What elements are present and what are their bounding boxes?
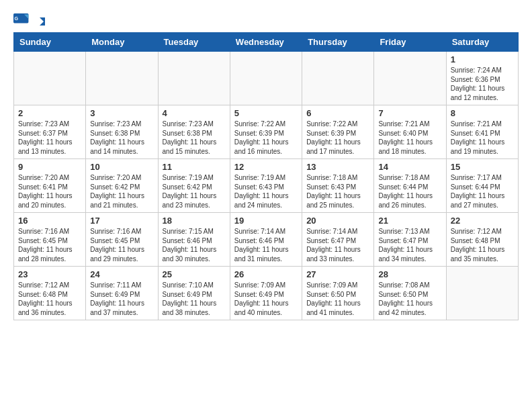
calendar-cell: 9Sunrise: 7:20 AM Sunset: 6:41 PM Daylig… xyxy=(14,159,86,213)
calendar-cell: 15Sunrise: 7:17 AM Sunset: 6:44 PM Dayli… xyxy=(446,159,518,213)
day-info: Sunrise: 7:18 AM Sunset: 6:44 PM Dayligh… xyxy=(378,173,441,210)
day-number: 5 xyxy=(234,108,298,118)
calendar-week-row: 9Sunrise: 7:20 AM Sunset: 6:41 PM Daylig… xyxy=(14,159,519,213)
logo: G xyxy=(13,13,46,27)
calendar-cell: 27Sunrise: 7:09 AM Sunset: 6:50 PM Dayli… xyxy=(302,267,374,320)
calendar-cell xyxy=(374,52,446,105)
day-number: 2 xyxy=(18,108,81,118)
calendar-week-row: 2Sunrise: 7:23 AM Sunset: 6:37 PM Daylig… xyxy=(14,105,519,159)
day-number: 19 xyxy=(234,216,298,226)
calendar-cell: 1Sunrise: 7:24 AM Sunset: 6:36 PM Daylig… xyxy=(446,52,518,105)
day-info: Sunrise: 7:22 AM Sunset: 6:39 PM Dayligh… xyxy=(234,120,298,156)
day-number: 21 xyxy=(378,216,441,226)
calendar-cell: 22Sunrise: 7:12 AM Sunset: 6:48 PM Dayli… xyxy=(446,213,518,267)
day-info: Sunrise: 7:16 AM Sunset: 6:45 PM Dayligh… xyxy=(18,227,81,263)
day-info: Sunrise: 7:13 AM Sunset: 6:47 PM Dayligh… xyxy=(378,227,441,263)
day-number: 8 xyxy=(451,108,514,118)
day-number: 20 xyxy=(306,216,369,226)
day-info: Sunrise: 7:22 AM Sunset: 6:39 PM Dayligh… xyxy=(306,120,369,156)
day-number: 28 xyxy=(378,269,441,279)
day-info: Sunrise: 7:16 AM Sunset: 6:45 PM Dayligh… xyxy=(90,227,153,263)
weekday-header-thursday: Thursday xyxy=(302,33,374,52)
weekday-header-wednesday: Wednesday xyxy=(230,33,302,52)
day-number: 10 xyxy=(90,162,153,172)
day-info: Sunrise: 7:10 AM Sunset: 6:49 PM Dayligh… xyxy=(163,281,226,317)
calendar-cell: 26Sunrise: 7:09 AM Sunset: 6:49 PM Dayli… xyxy=(230,267,302,320)
svg-marker-3 xyxy=(40,17,45,26)
calendar-cell: 4Sunrise: 7:23 AM Sunset: 6:38 PM Daylig… xyxy=(158,105,230,159)
day-info: Sunrise: 7:23 AM Sunset: 6:38 PM Dayligh… xyxy=(163,120,226,156)
calendar-cell: 3Sunrise: 7:23 AM Sunset: 6:38 PM Daylig… xyxy=(86,105,158,159)
day-number: 1 xyxy=(451,54,514,64)
day-info: Sunrise: 7:14 AM Sunset: 6:46 PM Dayligh… xyxy=(234,227,298,263)
day-info: Sunrise: 7:08 AM Sunset: 6:50 PM Dayligh… xyxy=(378,281,441,317)
day-number: 6 xyxy=(306,108,369,118)
calendar-cell xyxy=(302,52,374,105)
calendar-cell: 2Sunrise: 7:23 AM Sunset: 6:37 PM Daylig… xyxy=(14,105,86,159)
day-number: 9 xyxy=(18,162,81,172)
day-info: Sunrise: 7:11 AM Sunset: 6:49 PM Dayligh… xyxy=(90,281,153,317)
calendar-cell: 21Sunrise: 7:13 AM Sunset: 6:47 PM Dayli… xyxy=(374,213,446,267)
calendar-cell: 20Sunrise: 7:14 AM Sunset: 6:47 PM Dayli… xyxy=(302,213,374,267)
day-info: Sunrise: 7:24 AM Sunset: 6:36 PM Dayligh… xyxy=(451,66,514,102)
logo-icon: G xyxy=(13,13,30,27)
weekday-header-tuesday: Tuesday xyxy=(158,33,230,52)
calendar-cell: 6Sunrise: 7:22 AM Sunset: 6:39 PM Daylig… xyxy=(302,105,374,159)
calendar-cell: 7Sunrise: 7:21 AM Sunset: 6:40 PM Daylig… xyxy=(374,105,446,159)
calendar-cell: 24Sunrise: 7:11 AM Sunset: 6:49 PM Dayli… xyxy=(86,267,158,320)
day-number: 11 xyxy=(163,162,226,172)
calendar-week-row: 16Sunrise: 7:16 AM Sunset: 6:45 PM Dayli… xyxy=(14,213,519,267)
day-info: Sunrise: 7:20 AM Sunset: 6:42 PM Dayligh… xyxy=(90,173,153,210)
day-number: 13 xyxy=(306,162,369,172)
day-info: Sunrise: 7:18 AM Sunset: 6:43 PM Dayligh… xyxy=(306,173,369,210)
weekday-header-saturday: Saturday xyxy=(446,33,518,52)
day-number: 26 xyxy=(234,269,298,279)
day-info: Sunrise: 7:21 AM Sunset: 6:41 PM Dayligh… xyxy=(451,120,514,156)
day-number: 12 xyxy=(234,162,298,172)
calendar-cell xyxy=(446,267,518,320)
day-number: 16 xyxy=(18,216,81,226)
calendar-cell: 19Sunrise: 7:14 AM Sunset: 6:46 PM Dayli… xyxy=(230,213,302,267)
weekday-header-monday: Monday xyxy=(86,33,158,52)
day-info: Sunrise: 7:12 AM Sunset: 6:48 PM Dayligh… xyxy=(18,281,81,317)
day-number: 17 xyxy=(90,216,153,226)
svg-text:G: G xyxy=(15,15,19,21)
day-info: Sunrise: 7:09 AM Sunset: 6:50 PM Dayligh… xyxy=(306,281,369,317)
calendar-cell: 17Sunrise: 7:16 AM Sunset: 6:45 PM Dayli… xyxy=(86,213,158,267)
calendar-cell: 18Sunrise: 7:15 AM Sunset: 6:46 PM Dayli… xyxy=(158,213,230,267)
calendar-cell: 25Sunrise: 7:10 AM Sunset: 6:49 PM Dayli… xyxy=(158,267,230,320)
weekday-header-sunday: Sunday xyxy=(14,33,86,52)
day-number: 23 xyxy=(18,269,81,279)
day-number: 14 xyxy=(378,162,441,172)
day-info: Sunrise: 7:23 AM Sunset: 6:38 PM Dayligh… xyxy=(90,120,153,156)
day-info: Sunrise: 7:17 AM Sunset: 6:44 PM Dayligh… xyxy=(451,173,514,210)
calendar-cell: 16Sunrise: 7:16 AM Sunset: 6:45 PM Dayli… xyxy=(14,213,86,267)
day-info: Sunrise: 7:21 AM Sunset: 6:40 PM Dayligh… xyxy=(378,120,441,156)
day-info: Sunrise: 7:12 AM Sunset: 6:48 PM Dayligh… xyxy=(451,227,514,263)
calendar-cell xyxy=(230,52,302,105)
day-info: Sunrise: 7:23 AM Sunset: 6:37 PM Dayligh… xyxy=(18,120,81,156)
day-info: Sunrise: 7:09 AM Sunset: 6:49 PM Dayligh… xyxy=(234,281,298,317)
calendar-cell: 14Sunrise: 7:18 AM Sunset: 6:44 PM Dayli… xyxy=(374,159,446,213)
calendar-cell: 28Sunrise: 7:08 AM Sunset: 6:50 PM Dayli… xyxy=(374,267,446,320)
day-number: 3 xyxy=(90,108,153,118)
calendar-cell xyxy=(86,52,158,105)
day-number: 24 xyxy=(90,269,153,279)
calendar-cell xyxy=(14,52,86,105)
calendar-cell xyxy=(158,52,230,105)
calendar-week-row: 23Sunrise: 7:12 AM Sunset: 6:48 PM Dayli… xyxy=(14,267,519,320)
day-number: 7 xyxy=(378,108,441,118)
day-number: 4 xyxy=(163,108,226,118)
calendar-cell: 12Sunrise: 7:19 AM Sunset: 6:43 PM Dayli… xyxy=(230,159,302,213)
weekday-header-row: SundayMondayTuesdayWednesdayThursdayFrid… xyxy=(14,33,519,52)
calendar-cell: 13Sunrise: 7:18 AM Sunset: 6:43 PM Dayli… xyxy=(302,159,374,213)
day-info: Sunrise: 7:20 AM Sunset: 6:41 PM Dayligh… xyxy=(18,173,81,210)
day-info: Sunrise: 7:19 AM Sunset: 6:43 PM Dayligh… xyxy=(234,173,298,210)
day-info: Sunrise: 7:15 AM Sunset: 6:46 PM Dayligh… xyxy=(163,227,226,263)
calendar-cell: 23Sunrise: 7:12 AM Sunset: 6:48 PM Dayli… xyxy=(14,267,86,320)
calendar-cell: 5Sunrise: 7:22 AM Sunset: 6:39 PM Daylig… xyxy=(230,105,302,159)
logo-arrow-icon xyxy=(33,17,45,26)
calendar-cell: 8Sunrise: 7:21 AM Sunset: 6:41 PM Daylig… xyxy=(446,105,518,159)
day-number: 22 xyxy=(451,216,514,226)
calendar-week-row: 1Sunrise: 7:24 AM Sunset: 6:36 PM Daylig… xyxy=(14,52,519,105)
